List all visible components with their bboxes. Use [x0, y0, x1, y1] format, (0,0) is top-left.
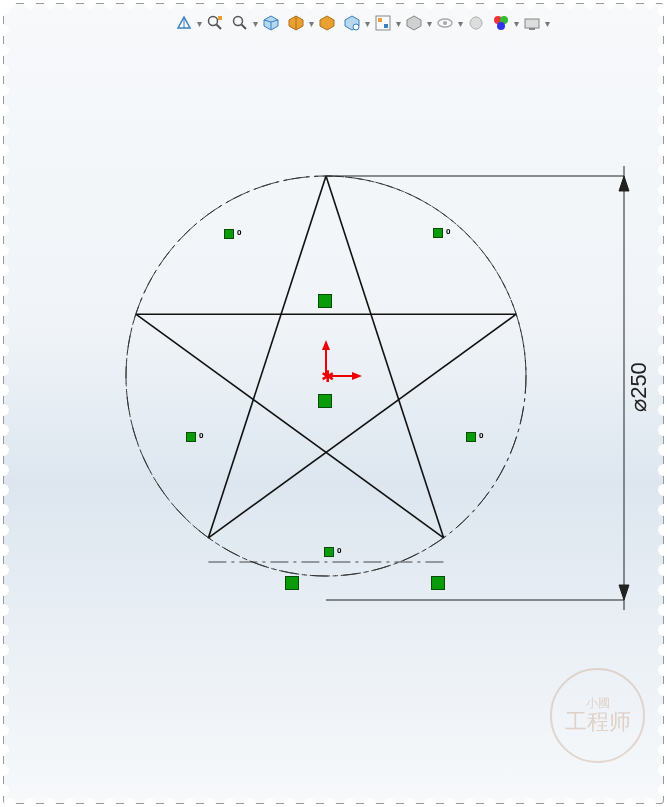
arc-constraint-icon[interactable] [224, 229, 234, 239]
display-style-icon[interactable] [317, 13, 337, 33]
edit-appearance-icon[interactable] [373, 13, 393, 33]
svg-marker-30 [619, 585, 629, 600]
svg-point-13 [497, 22, 505, 30]
arc-constraint-label: 0 [237, 228, 241, 237]
view-settings-icon[interactable] [435, 13, 455, 33]
arc-constraint-icon[interactable] [433, 228, 443, 238]
origin-marker: ✱ [321, 340, 362, 385]
arc-constraint-icon[interactable] [466, 432, 476, 442]
diameter-dimension-label[interactable]: ⌀250 [626, 362, 652, 412]
section-view-icon[interactable] [286, 13, 306, 33]
svg-point-5 [353, 24, 359, 30]
svg-rect-14 [525, 19, 539, 28]
toolbar-separator: ▾ [514, 18, 519, 29]
arc-constraint-label: 0 [446, 227, 450, 236]
hide-show-icon[interactable] [342, 13, 362, 33]
arc-constraint-label: 0 [337, 546, 341, 555]
graphics-viewport[interactable]: ✱ ⌀250 0 0 0 0 0 [4, 34, 663, 803]
zoom-area-icon[interactable] [230, 13, 250, 33]
arc-constraint-label: 0 [479, 431, 483, 440]
toolbar-separator: ▾ [545, 18, 550, 29]
app-frame: ▾ ▾ ▾ ▾ ▾ ▾ ▾ [3, 3, 664, 804]
diameter-dimension[interactable] [326, 166, 629, 610]
svg-rect-8 [384, 24, 388, 28]
equal-constraint-icon[interactable] [285, 576, 299, 590]
arc-constraint-icon[interactable] [186, 432, 196, 442]
view-toolbar: ▾ ▾ ▾ ▾ ▾ ▾ ▾ [174, 10, 548, 36]
svg-rect-7 [378, 18, 382, 22]
toolbar-separator: ▾ [427, 18, 432, 29]
apply-scene-icon[interactable] [404, 13, 424, 33]
zoom-fit-icon[interactable] [205, 13, 225, 33]
hide-all-icon[interactable] [466, 13, 486, 33]
svg-line-4 [242, 25, 247, 30]
screen-capture-icon[interactable] [522, 13, 542, 33]
svg-point-0 [209, 17, 218, 26]
previous-view-icon[interactable] [261, 13, 281, 33]
view-orientation-icon[interactable] [174, 13, 194, 33]
toolbar-separator: ▾ [458, 18, 463, 29]
svg-line-20 [326, 176, 444, 538]
relation-constraint-icon[interactable] [318, 394, 332, 408]
toolbar-separator: ▾ [365, 18, 370, 29]
sketch-canvas: ✱ [4, 34, 664, 804]
svg-rect-15 [529, 28, 535, 30]
toolbar-separator: ▾ [253, 18, 258, 29]
svg-text:✱: ✱ [321, 368, 334, 385]
relation-constraint-icon[interactable] [431, 576, 445, 590]
svg-line-19 [136, 314, 444, 538]
svg-line-1 [217, 25, 222, 30]
equal-constraint-icon[interactable] [318, 294, 332, 308]
toolbar-separator: ▾ [197, 18, 202, 29]
svg-marker-29 [619, 176, 629, 191]
svg-point-10 [443, 21, 447, 25]
svg-rect-2 [218, 16, 222, 20]
toolbar-separator: ▾ [309, 18, 314, 29]
toolbar-separator: ▾ [396, 18, 401, 29]
planes-icon[interactable] [491, 13, 511, 33]
arc-constraint-icon[interactable] [324, 547, 334, 557]
svg-point-3 [234, 17, 243, 26]
svg-marker-24 [352, 372, 362, 380]
svg-line-17 [208, 314, 516, 538]
svg-marker-22 [322, 340, 330, 350]
arc-constraint-label: 0 [199, 431, 203, 440]
